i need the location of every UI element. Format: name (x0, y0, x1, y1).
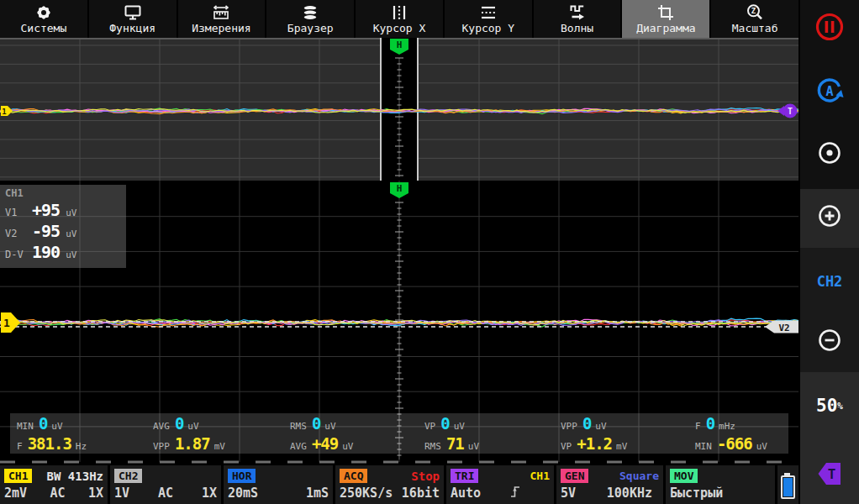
zoom-level-value: 50 (816, 396, 837, 416)
record-button[interactable] (800, 131, 859, 178)
auto-setup-button[interactable]: A (800, 69, 859, 116)
wave-arrow-icon (567, 3, 588, 22)
measurement-cell: VP+1.2mV (554, 434, 688, 453)
measurement-cell: AVG0uV (146, 414, 283, 433)
zoom-level-button[interactable]: 50% (800, 382, 859, 429)
zoom-in-button[interactable] (800, 194, 859, 241)
svg-text:T: T (828, 466, 836, 482)
measurement-cell: MIN-666uV (688, 434, 788, 453)
menu-item-measurements[interactable]: Измерения (178, 0, 266, 38)
ch1-badge: CH1 (4, 469, 32, 483)
status-bar: CH1BW 413Hz 2mVAC1X CH2 1VAC1X HOR 20mS1… (0, 465, 798, 504)
svg-text:1: 1 (2, 108, 6, 116)
zoom-out-button[interactable] (800, 318, 859, 365)
pause-icon (814, 11, 846, 46)
status-section-movement[interactable]: MOV Быстрый (666, 465, 777, 504)
ch2-coupling: AC (158, 486, 173, 501)
ch1-bandwidth: BW 413Hz (47, 470, 103, 483)
measurement-cell: F381.3Hz (10, 434, 146, 453)
status-section-acquisition[interactable]: ACQStop 250KS/s16bit (335, 465, 446, 504)
sidebar: A CH2 50% T (798, 0, 859, 504)
measurement-cell: F0mHz (688, 414, 788, 433)
measurement-cell: MIN0uV (10, 414, 146, 433)
cursor-row-delta: D-V 190 uV (0, 242, 126, 263)
ch1-coupling: AC (50, 486, 65, 501)
menu-label: Волны (561, 22, 593, 35)
cursor-unit: uV (66, 207, 76, 218)
svg-text:V2: V2 (778, 323, 789, 333)
menu-label: Системы (20, 22, 66, 35)
ch1-attenuation: 1X (88, 486, 103, 501)
svg-text:T: T (788, 107, 793, 116)
ch2-badge: CH2 (114, 469, 142, 483)
menu-item-browser[interactable]: Браузер (266, 0, 354, 38)
trigger-tag-icon: T (815, 459, 844, 491)
channel-select-button[interactable]: CH2 (800, 258, 859, 305)
menu-item-cursor-x[interactable]: Курсор X (356, 0, 443, 38)
cursor-unit: uV (66, 249, 76, 260)
cursor-measurement-box: CH1 V1 +95 uV V2 -95 uV D-V 190 uV (0, 185, 126, 268)
menu-item-cursor-y[interactable]: Курсор Y (445, 0, 532, 38)
trigger-menu-button[interactable]: T (800, 452, 859, 499)
svg-text:H: H (397, 39, 403, 50)
battery-icon (781, 475, 795, 499)
cursor-y-icon (478, 3, 498, 22)
database-icon (300, 3, 320, 22)
status-section-generator[interactable]: GENSquare 5V100KHz (556, 465, 666, 504)
rising-edge-icon (509, 485, 521, 502)
menu-label: Диаграмма (636, 22, 695, 35)
tri-source: CH1 (530, 470, 550, 482)
svg-text:Z: Z (751, 7, 756, 15)
status-section-horizontal[interactable]: HOR 20mS1mS (224, 465, 335, 504)
acq-run-state: Stop (411, 470, 440, 483)
oscilloscope-app: Системы Функция Измерения Браузер Курсор… (0, 0, 859, 504)
menu-label: Курсор Y (461, 22, 514, 35)
menu-label: Масштаб (732, 22, 778, 35)
minus-circle-icon (815, 326, 844, 358)
mov-mode: Быстрый (670, 486, 723, 501)
cursor-label: D-V (5, 249, 32, 260)
auto-circle-arrow-icon: A (814, 75, 846, 110)
cursor-value: -95 (32, 221, 60, 241)
hor-zoom-timebase: 1mS (306, 486, 329, 501)
status-section-ch2[interactable]: CH2 1VAC1X (110, 465, 224, 504)
menu-item-scale[interactable]: Z Масштаб (711, 0, 798, 38)
menu-label: Браузер (287, 22, 334, 35)
ch2-attenuation: 1X (202, 486, 217, 501)
gen-badge: GEN (561, 469, 588, 483)
menu-item-diagram[interactable]: Диаграмма (622, 0, 709, 38)
mov-badge: MOV (670, 469, 698, 483)
measurement-cell: VPP1.87mV (146, 434, 283, 453)
acq-sample-rate: 250KS/s (340, 486, 393, 501)
cursor-box-channel: CH1 (0, 185, 126, 200)
measurement-cell: VP0uV (418, 414, 554, 433)
crop-icon (656, 3, 676, 22)
tri-mode: Auto (451, 486, 481, 501)
menu-label: Функция (109, 22, 155, 35)
status-section-trigger[interactable]: TRICH1 Auto (446, 465, 556, 504)
cursor-label: V2 (5, 228, 32, 239)
menu-item-function[interactable]: Функция (89, 0, 177, 38)
svg-text:A: A (825, 84, 833, 99)
cursor-x-icon (389, 3, 409, 22)
measurement-cell: AVG+49uV (283, 434, 418, 453)
ch2-scale: 1V (114, 486, 129, 501)
menu-item-systems[interactable]: Системы (0, 0, 87, 38)
scope-display: H H 1 T 1 V2 (0, 38, 798, 465)
hor-timebase: 20mS (228, 486, 258, 501)
ch2-label: CH2 (817, 273, 843, 290)
menu-item-waves[interactable]: Волны (534, 0, 621, 38)
pause-button[interactable] (800, 5, 859, 52)
acq-bit-depth: 16bit (402, 486, 440, 501)
status-section-ch1[interactable]: CH1BW 413Hz 2mVAC1X (0, 465, 110, 504)
gen-waveform: Square (619, 470, 659, 482)
ch1-scale: 2mV (4, 486, 27, 501)
gen-frequency: 100KHz (607, 486, 652, 501)
hor-badge: HOR (228, 469, 256, 483)
menu-label: Курсор X (373, 22, 426, 35)
menu-bar: Системы Функция Измерения Браузер Курсор… (0, 0, 798, 38)
plus-circle-icon (815, 202, 844, 234)
measurement-cell: VPP0uV (554, 414, 688, 433)
tri-badge: TRI (451, 469, 478, 483)
svg-text:H: H (397, 183, 403, 194)
